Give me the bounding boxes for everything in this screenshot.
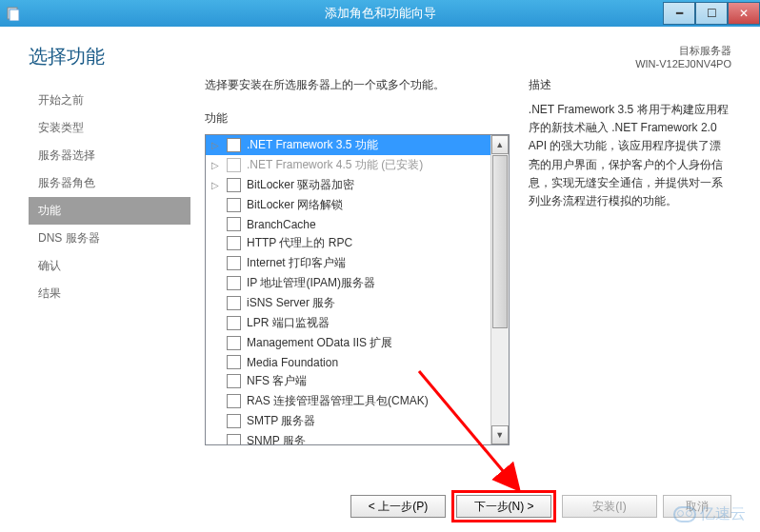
feature-item[interactable]: NFS 客户端 bbox=[206, 371, 490, 391]
intro-text: 选择要安装在所选服务器上的一个或多个功能。 bbox=[205, 77, 510, 93]
feature-label: RAS 连接管理器管理工具包(CMAK) bbox=[247, 393, 429, 409]
close-button[interactable]: ✕ bbox=[728, 2, 760, 25]
feature-label: iSNS Server 服务 bbox=[247, 295, 335, 311]
watermark-icon bbox=[673, 506, 696, 522]
nav-item-1[interactable]: 安装类型 bbox=[29, 114, 190, 142]
expander-icon[interactable]: ▷ bbox=[210, 180, 221, 190]
feature-item[interactable]: Management OData IIS 扩展 bbox=[206, 333, 490, 353]
nav-item-5[interactable]: DNS 服务器 bbox=[29, 225, 190, 252]
feature-item[interactable]: HTTP 代理上的 RPC bbox=[206, 233, 490, 253]
feature-checkbox[interactable] bbox=[227, 336, 241, 350]
feature-checkbox[interactable] bbox=[227, 217, 241, 231]
scrollbar[interactable]: ▲ ▼ bbox=[490, 135, 509, 444]
svg-rect-1 bbox=[10, 10, 19, 21]
target-server-value: WIN-V12EJ0NV4PO bbox=[635, 58, 731, 69]
nav-item-7[interactable]: 结果 bbox=[29, 280, 190, 307]
feature-item[interactable]: ▷.NET Framework 4.5 功能 (已安装) bbox=[206, 155, 490, 175]
feature-checkbox[interactable] bbox=[227, 414, 241, 428]
scroll-down-button[interactable]: ▼ bbox=[491, 425, 509, 444]
feature-item[interactable]: IP 地址管理(IPAM)服务器 bbox=[206, 273, 490, 293]
feature-label: NFS 客户端 bbox=[247, 373, 307, 389]
feature-label: .NET Framework 4.5 功能 (已安装) bbox=[247, 157, 423, 173]
expander-icon[interactable]: ▷ bbox=[210, 160, 221, 170]
feature-item[interactable]: Internet 打印客户端 bbox=[206, 253, 490, 273]
feature-label: .NET Framework 3.5 功能 bbox=[247, 137, 378, 153]
feature-item[interactable]: BitLocker 网络解锁 bbox=[206, 195, 490, 215]
feature-item[interactable]: Media Foundation bbox=[206, 353, 490, 371]
feature-label: SNMP 服务 bbox=[247, 433, 306, 444]
feature-checkbox[interactable] bbox=[227, 256, 241, 270]
maximize-button[interactable]: ☐ bbox=[695, 2, 728, 25]
feature-item[interactable]: BranchCache bbox=[206, 215, 490, 233]
nav-item-3[interactable]: 服务器角色 bbox=[29, 169, 190, 197]
feature-checkbox[interactable] bbox=[227, 276, 241, 290]
feature-checkbox[interactable] bbox=[227, 236, 241, 250]
expander-icon[interactable]: ▷ bbox=[210, 140, 221, 150]
nav-item-0[interactable]: 开始之前 bbox=[29, 87, 190, 114]
wizard-icon bbox=[0, 0, 27, 27]
feature-label: Media Foundation bbox=[247, 356, 338, 369]
install-button[interactable]: 安装(I) bbox=[562, 495, 657, 518]
feature-checkbox[interactable] bbox=[227, 355, 241, 369]
feature-checkbox[interactable] bbox=[227, 178, 241, 192]
feature-checkbox[interactable] bbox=[227, 316, 241, 330]
feature-item[interactable]: ▷.NET Framework 3.5 功能 bbox=[206, 135, 490, 155]
nav-item-2[interactable]: 服务器选择 bbox=[29, 142, 190, 169]
minimize-button[interactable]: ━ bbox=[663, 2, 695, 25]
feature-checkbox[interactable] bbox=[227, 374, 241, 388]
feature-item[interactable]: ▷BitLocker 驱动器加密 bbox=[206, 175, 490, 195]
prev-button[interactable]: < 上一步(P) bbox=[350, 495, 446, 518]
watermark: 亿速云 bbox=[673, 504, 746, 524]
feature-label: SMTP 服务器 bbox=[247, 413, 315, 429]
wizard-nav: 开始之前安装类型服务器选择服务器角色功能DNS 服务器确认结果 bbox=[29, 77, 190, 445]
feature-checkbox[interactable] bbox=[227, 394, 241, 408]
feature-item[interactable]: LPR 端口监视器 bbox=[206, 313, 490, 333]
feature-label: BitLocker 网络解锁 bbox=[247, 197, 343, 213]
features-listbox[interactable]: ▷.NET Framework 3.5 功能▷.NET Framework 4.… bbox=[205, 134, 510, 445]
feature-checkbox[interactable] bbox=[227, 434, 241, 444]
feature-label: HTTP 代理上的 RPC bbox=[247, 235, 352, 251]
scroll-thumb[interactable] bbox=[492, 155, 508, 328]
feature-label: BranchCache bbox=[247, 218, 316, 231]
feature-item[interactable]: RAS 连接管理器管理工具包(CMAK) bbox=[206, 391, 490, 411]
feature-label: BitLocker 驱动器加密 bbox=[247, 177, 354, 193]
titlebar: 添加角色和功能向导 ━ ☐ ✕ bbox=[0, 0, 760, 27]
next-button[interactable]: 下一步(N) > bbox=[456, 495, 551, 518]
feature-label: Internet 打印客户端 bbox=[247, 255, 346, 271]
description-text: .NET Framework 3.5 将用于构建应用程序的新技术融入 .NET … bbox=[529, 101, 731, 210]
nav-item-4[interactable]: 功能 bbox=[29, 197, 190, 225]
page-title: 选择功能 bbox=[29, 44, 105, 69]
scroll-up-button[interactable]: ▲ bbox=[491, 135, 509, 154]
window-title: 添加角色和功能向导 bbox=[325, 5, 436, 22]
features-heading: 功能 bbox=[205, 110, 510, 127]
feature-label: Management OData IIS 扩展 bbox=[247, 335, 392, 351]
description-heading: 描述 bbox=[529, 77, 731, 93]
feature-label: IP 地址管理(IPAM)服务器 bbox=[247, 275, 375, 291]
feature-item[interactable]: SMTP 服务器 bbox=[206, 411, 490, 431]
feature-checkbox[interactable] bbox=[227, 198, 241, 212]
annotation-highlight: 下一步(N) > bbox=[451, 490, 556, 522]
feature-checkbox bbox=[227, 158, 241, 172]
nav-item-6[interactable]: 确认 bbox=[29, 252, 190, 280]
feature-item[interactable]: iSNS Server 服务 bbox=[206, 293, 490, 313]
feature-label: LPR 端口监视器 bbox=[247, 315, 330, 331]
target-server-label: 目标服务器 bbox=[635, 44, 731, 58]
feature-item[interactable]: SNMP 服务 bbox=[206, 431, 490, 444]
wizard-header: 选择功能 目标服务器 WIN-V12EJ0NV4PO bbox=[0, 27, 760, 77]
feature-checkbox[interactable] bbox=[227, 138, 241, 152]
feature-checkbox[interactable] bbox=[227, 296, 241, 310]
